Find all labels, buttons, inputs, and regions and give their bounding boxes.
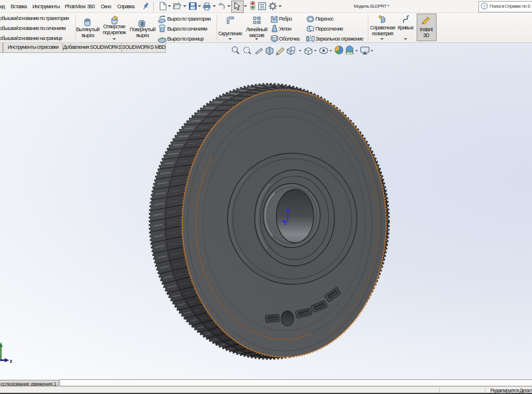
svg-text:?: ? (483, 4, 486, 9)
svg-text:z: z (10, 358, 13, 364)
